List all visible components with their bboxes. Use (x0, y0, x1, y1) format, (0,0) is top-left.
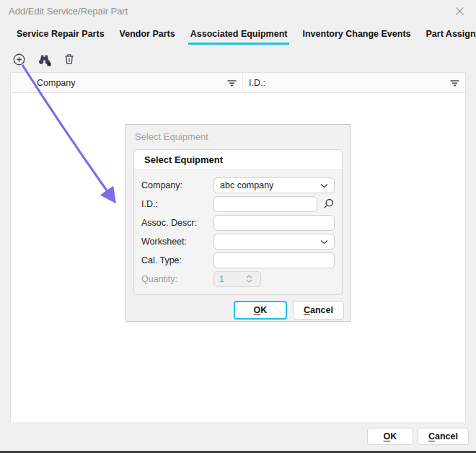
id-label: I.D.: (141, 199, 213, 209)
field-row-quantity: Quantity: 1 (141, 271, 335, 287)
ok-rest: K (260, 305, 267, 315)
delete-trash-icon[interactable] (62, 52, 76, 66)
assoc-descr-label: Assoc. Descr: (141, 218, 213, 228)
add-edit-service-repair-part-dialog: Add/Edit Service/Repair Part Service Rep… (0, 0, 476, 453)
chevron-down-icon (320, 180, 328, 190)
cal-type-label: Cal. Type: (141, 255, 213, 265)
field-row-worksheet: Worksheet: (141, 233, 335, 250)
groupbox-title: Select Equipment (134, 150, 342, 170)
main-cancel-button[interactable]: Cancel (418, 428, 469, 445)
main-footer: OK Cancel (0, 422, 476, 451)
sort-filter-icon[interactable] (227, 79, 237, 87)
tab-part-assignments[interactable]: Part Assignments (424, 27, 476, 45)
dialog-title: Select Equipment (126, 125, 350, 146)
close-icon[interactable] (451, 3, 467, 19)
column-label: I.D.: (249, 78, 265, 88)
dialog-cancel-button[interactable]: Cancel (293, 301, 344, 320)
dialog-footer: OK Cancel (126, 295, 350, 328)
main-ok-button[interactable]: OK (367, 428, 413, 445)
cal-type-input[interactable] (213, 252, 335, 268)
worksheet-label: Worksheet: (141, 237, 213, 247)
window-title: Add/Edit Service/Repair Part (9, 6, 128, 17)
add-icon[interactable] (12, 52, 26, 66)
worksheet-dropdown[interactable] (213, 234, 335, 250)
grid-selector-column-header[interactable] (11, 73, 31, 92)
quantity-value: 1 (219, 274, 224, 284)
field-row-id: I.D.: (141, 195, 335, 212)
chevron-down-icon (320, 237, 328, 247)
field-row-cal-type: Cal. Type: (141, 252, 335, 268)
grid-toolbar (12, 52, 76, 66)
dialog-ok-button[interactable]: OK (234, 301, 287, 320)
cancel-mnemonic: C (428, 431, 435, 441)
grid-column-header-company[interactable]: Company (31, 73, 243, 92)
company-dropdown-value: abc company (220, 180, 320, 190)
cancel-rest: ancel (435, 431, 458, 441)
ok-mnemonic: O (254, 305, 261, 315)
cancel-mnemonic: C (304, 305, 310, 315)
cancel-rest: ancel (310, 305, 333, 315)
sort-filter-icon[interactable] (450, 79, 459, 87)
titlebar: Add/Edit Service/Repair Part (0, 0, 476, 22)
ok-mnemonic: O (384, 431, 391, 441)
column-label: Company (37, 78, 76, 88)
field-row-assoc-descr: Assoc. Descr: (141, 214, 335, 231)
company-dropdown[interactable]: abc company (213, 177, 335, 193)
tab-inventory-change-events[interactable]: Inventory Change Events (300, 27, 413, 45)
ok-rest: K (390, 431, 397, 441)
company-label: Company: (141, 180, 213, 190)
grid-column-header-id[interactable]: I.D.: (243, 73, 465, 92)
field-row-company: Company: abc company (141, 177, 335, 193)
tab-associated-equipment[interactable]: Associated Equipment (188, 27, 290, 45)
tab-bar: Service Repair Parts Vendor Parts Associ… (14, 27, 470, 45)
grid-header-row: Company I.D.: (11, 73, 465, 93)
select-equipment-dialog: Select Equipment Select Equipment Compan… (125, 124, 351, 322)
groupbox-body: Company: abc company I.D.: (134, 170, 342, 294)
quantity-stepper-disabled: 1 (213, 271, 261, 287)
select-equipment-groupbox: Select Equipment Company: abc company (133, 149, 343, 295)
find-binoculars-icon[interactable] (37, 52, 51, 66)
spinner-up-down-icons (246, 275, 255, 283)
tab-vendor-parts[interactable]: Vendor Parts (118, 27, 177, 45)
assoc-descr-input[interactable] (213, 215, 335, 231)
search-icon[interactable] (322, 198, 335, 210)
tab-service-repair-parts[interactable]: Service Repair Parts (14, 27, 107, 45)
quantity-label: Quantity: (141, 274, 213, 284)
id-input[interactable] (213, 196, 317, 212)
